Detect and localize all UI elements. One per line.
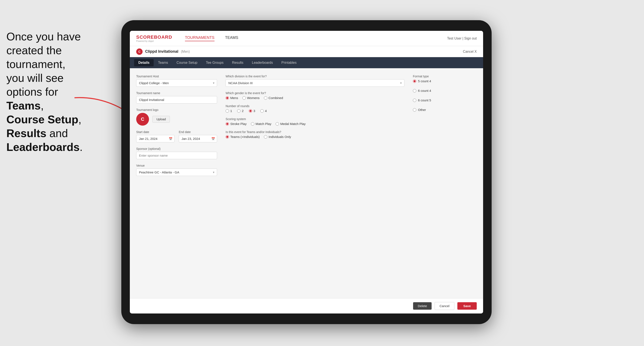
scoring-stroke-option[interactable]: Stroke Play (226, 122, 247, 126)
logo-text: SCOREBOARD (136, 34, 172, 40)
end-date-wrapper: 📅 (179, 135, 217, 142)
tab-tee-groups[interactable]: Tee Groups (202, 59, 228, 66)
rounds-label: Number of rounds (226, 104, 404, 108)
start-date-calendar-icon: 📅 (169, 137, 172, 141)
venue-group: Venue Peachtree GC - Atlanta - GA ▼ (136, 164, 217, 176)
save-button[interactable]: Save (457, 302, 477, 310)
nav-links: TOURNAMENTS TEAMS (185, 35, 447, 41)
logo-area: SCOREBOARD Powered by clippd (136, 34, 172, 42)
format-5count4-option[interactable]: 5 count 4 (413, 79, 431, 83)
individuals-only-option[interactable]: Individuals Only (264, 135, 291, 139)
scoring-medal-match-label: Medal Match Play (280, 122, 306, 126)
rounds-radio-group: 1 2 3 4 (226, 109, 404, 113)
gender-womens-option[interactable]: Womens (242, 96, 260, 100)
rounds-3-radio[interactable] (249, 109, 252, 113)
instruction-text: Once you have created the tournament, yo… (0, 25, 98, 158)
scoring-medal-match-option[interactable]: Medal Match Play (276, 122, 306, 126)
gender-label: Which gender is the event for? (226, 91, 404, 95)
teams-plus-individuals-option[interactable]: Teams (+Individuals) (226, 135, 260, 139)
gender-mens-radio[interactable] (226, 96, 229, 100)
left-column: Tournament Host Clippd College - Men ▼ T… (136, 75, 217, 292)
end-date-group: End date 📅 (179, 130, 217, 142)
logo-sub: Powered by clippd (136, 40, 172, 42)
individuals-only-label: Individuals Only (268, 135, 291, 139)
gender-womens-radio[interactable] (242, 96, 246, 100)
nav-tournaments[interactable]: TOURNAMENTS (185, 35, 214, 41)
tournament-host-select[interactable]: Clippd College - Men (136, 79, 217, 87)
tablet-frame: SCOREBOARD Powered by clippd TOURNAMENTS… (121, 20, 492, 324)
start-date-wrapper: 📅 (136, 135, 174, 142)
tournament-host-label: Tournament Host (136, 75, 217, 78)
tab-leaderboards[interactable]: Leaderboards (248, 59, 277, 66)
format-type-group: Format type 5 count 4 6 count 4 (413, 75, 477, 115)
sponsor-input[interactable] (136, 152, 217, 159)
rounds-2-radio[interactable] (237, 109, 240, 113)
format-6count5-label: 6 count 5 (418, 98, 431, 102)
tab-details[interactable]: Details (134, 59, 154, 66)
division-select-wrapper: NCAA Division III ▼ (226, 79, 404, 87)
rounds-2-option[interactable]: 2 (237, 109, 244, 113)
rounds-3-label: 3 (254, 109, 255, 113)
sponsor-group: Sponsor (optional) (136, 147, 217, 159)
sponsor-label: Sponsor (optional) (136, 147, 217, 151)
format-5count4-radio[interactable] (413, 79, 416, 83)
venue-label: Venue (136, 164, 217, 167)
rounds-4-option[interactable]: 4 (260, 109, 267, 113)
tab-results[interactable]: Results (228, 59, 248, 66)
end-date-label: End date (179, 130, 217, 134)
gender-womens-label: Womens (247, 96, 260, 100)
rounds-4-radio[interactable] (260, 109, 264, 113)
venue-select[interactable]: Peachtree GC - Atlanta - GA (136, 169, 217, 176)
start-date-group: Start date 📅 (136, 130, 174, 142)
rounds-1-option[interactable]: 1 (226, 109, 232, 113)
format-6count5-option[interactable]: 6 count 5 (413, 98, 431, 102)
rounds-3-option[interactable]: 3 (249, 109, 255, 113)
tournament-name-input[interactable] (136, 96, 217, 104)
logo-preview: C (136, 113, 149, 126)
breadcrumb-icon: C (136, 48, 142, 55)
tournament-logo-label: Tournament logo (136, 108, 217, 112)
gender-combined-option[interactable]: Combined (264, 96, 283, 100)
format-type-label: Format type (413, 75, 477, 78)
main-content: Tournament Host Clippd College - Men ▼ T… (130, 68, 483, 298)
format-6count4-option[interactable]: 6 count 4 (413, 89, 431, 92)
tab-course-setup[interactable]: Course Setup (172, 59, 202, 66)
tab-printables[interactable]: Printables (277, 59, 301, 66)
logo-upload-area: C Upload (136, 113, 217, 126)
breadcrumb-title: Clippd Invitational (145, 49, 178, 54)
cancel-top-button[interactable]: Cancel X (463, 50, 477, 54)
scoring-group: Scoring system Stroke Play Match Play (226, 117, 404, 126)
individuals-only-radio[interactable] (264, 135, 267, 139)
user-area: Test User | Sign out (447, 36, 477, 40)
rounds-2-label: 2 (242, 109, 244, 113)
upload-button[interactable]: Upload (152, 116, 170, 123)
tab-teams[interactable]: Teams (154, 59, 172, 66)
format-6count4-radio[interactable] (413, 89, 416, 92)
rounds-4-label: 4 (265, 109, 267, 113)
rounds-1-radio[interactable] (226, 109, 229, 113)
scoring-match-radio[interactable] (251, 122, 254, 126)
cancel-button[interactable]: Cancel (434, 302, 454, 310)
division-group: Which division is the event for? NCAA Di… (226, 75, 404, 87)
tab-bar: Details Teams Course Setup Tee Groups Re… (130, 57, 483, 68)
tournament-name-label: Tournament name (136, 91, 217, 95)
teams-individuals-label: Is this event for Teams and/or Individua… (226, 130, 404, 134)
tournament-name-group: Tournament name (136, 91, 217, 104)
format-other-radio[interactable] (413, 108, 416, 112)
format-other-option[interactable]: Other (413, 108, 426, 112)
nav-teams[interactable]: TEAMS (225, 35, 238, 41)
gender-combined-radio[interactable] (264, 96, 267, 100)
teams-plus-individuals-radio[interactable] (226, 135, 229, 139)
gender-mens-label: Mens (230, 96, 238, 100)
rounds-group: Number of rounds 1 2 3 (226, 104, 404, 113)
scoring-medal-match-radio[interactable] (276, 122, 279, 126)
format-6count5-radio[interactable] (413, 99, 416, 102)
delete-button[interactable]: Delete (413, 302, 432, 310)
scoring-stroke-radio[interactable] (226, 122, 229, 126)
scoring-match-option[interactable]: Match Play (251, 122, 271, 126)
scoring-stroke-label: Stroke Play (230, 122, 247, 126)
division-select[interactable]: NCAA Division III (226, 79, 404, 87)
gender-mens-option[interactable]: Mens (226, 96, 238, 100)
gender-group: Which gender is the event for? Mens Wome… (226, 91, 404, 100)
user-sign-out[interactable]: Test User | Sign out (447, 36, 477, 40)
